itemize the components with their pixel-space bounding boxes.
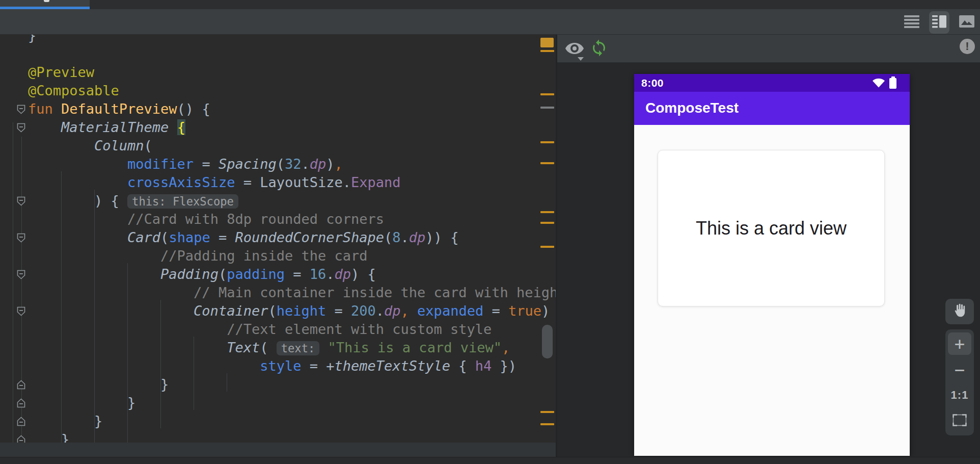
code-line: ) { this: FlexScope [28, 192, 557, 210]
exclamation-circle-icon: ! [965, 40, 969, 53]
bottom-strip [0, 457, 980, 464]
change-marker [540, 93, 554, 95]
wifi-icon [873, 78, 885, 90]
design-view-button[interactable] [957, 11, 977, 34]
picture-icon [959, 15, 974, 30]
fold-marker-icon[interactable] [17, 398, 25, 408]
status-bar: 8:00 [634, 74, 910, 92]
code-line: modifier = Spacing(32.dp), [28, 155, 557, 173]
split-view-button[interactable] [929, 11, 949, 34]
code-line: Padding(padding = 16.dp) { [28, 265, 557, 283]
chevron-down-icon [578, 57, 584, 61]
code-area[interactable]: }@Preview@Composablefun DefaultPreview()… [28, 35, 557, 449]
code-line: } [28, 394, 557, 412]
zoom-actual-size-button[interactable]: 1:1 [948, 384, 971, 406]
code-line: Container(height = 200.dp, expanded = tr… [28, 302, 557, 320]
editor-tab-bar [0, 0, 980, 9]
text-lines-icon [904, 15, 919, 30]
code-editor[interactable]: }@Preview@Composablefun DefaultPreview()… [0, 35, 557, 464]
android-studio-window: }@Preview@Composablefun DefaultPreview()… [0, 0, 980, 464]
change-marker [540, 107, 554, 109]
app-title: ComposeTest [645, 100, 739, 116]
fold-marker-icon[interactable] [17, 105, 25, 114]
code-line: style = +themeTextStyle { h4 }) [28, 357, 557, 375]
code-line: Card(shape = RoundedCornerShape(8.dp)) { [28, 228, 557, 247]
code-line: //Text element with custom style [28, 320, 557, 339]
fold-marker-icon[interactable] [17, 233, 25, 243]
zoom-out-button[interactable]: − [948, 358, 971, 381]
code-line: //Card with 8dp rounded corners [28, 210, 557, 228]
code-line: //Padding inside the card [28, 247, 557, 265]
zoom-to-fit-button[interactable] [948, 410, 971, 432]
code-line [28, 45, 557, 63]
change-marker [540, 222, 554, 224]
sync-refresh-icon [590, 50, 608, 59]
change-marker [540, 50, 554, 52]
fold-marker-icon[interactable] [17, 306, 25, 316]
preview-toolbar: ! [557, 35, 980, 63]
change-marker [540, 211, 554, 213]
view-mode-switcher [902, 11, 977, 34]
fold-marker-icon[interactable] [17, 380, 25, 390]
code-line: } [28, 35, 557, 45]
code-line: Column( [28, 137, 557, 155]
card-view: This is a card view [658, 150, 885, 306]
split-editor-icon [932, 15, 946, 30]
zoom-in-button[interactable]: + [948, 332, 971, 355]
active-editor-tab[interactable] [0, 0, 90, 9]
change-marker [540, 411, 554, 413]
code-line: } [28, 412, 557, 430]
refresh-preview-button[interactable] [590, 39, 608, 57]
horizontal-scrollbar-track [0, 443, 557, 457]
code-view-button[interactable] [902, 11, 922, 34]
code-line: fun DefaultPreview() { [28, 100, 557, 118]
change-marker [540, 162, 554, 164]
vertical-scrollbar[interactable] [542, 325, 553, 358]
code-line: @Preview [28, 63, 557, 82]
zoom-to-fit-icon [952, 414, 967, 428]
app-bar: ComposeTest [634, 92, 910, 125]
zoom-controls: + − 1:1 [945, 329, 974, 435]
inspection-status-indicator[interactable] [540, 38, 554, 47]
fold-marker-icon[interactable] [17, 270, 25, 279]
pan-tool-button[interactable] [945, 299, 974, 324]
change-marker [540, 246, 554, 248]
status-time: 8:00 [641, 77, 664, 89]
fold-marker-icon[interactable] [17, 196, 25, 206]
editor-toolbar [0, 9, 980, 35]
change-marker [540, 141, 554, 143]
code-line: // Main container inside the card with h… [28, 283, 557, 302]
hand-pan-icon [952, 302, 967, 321]
compose-preview-pane: ! 8:00 ComposeTest This is a card view [557, 35, 980, 464]
fold-scope-line [13, 122, 13, 464]
code-line: @Composable [28, 82, 557, 100]
eye-dropdown-icon [564, 49, 585, 58]
card-text: This is a card view [696, 218, 847, 239]
battery-icon [889, 78, 896, 89]
code-line: MaterialTheme { [28, 118, 557, 137]
issues-indicator-button[interactable]: ! [960, 39, 975, 54]
file-icon [44, 0, 49, 2]
code-line: crossAxisSize = LayoutSize.Expand [28, 173, 557, 192]
fold-marker-icon[interactable] [17, 123, 25, 133]
fold-marker-icon[interactable] [17, 417, 25, 426]
change-marker [540, 423, 554, 425]
code-line: Text( text: "This is a card view", [28, 339, 557, 357]
app-content: This is a card view [634, 125, 910, 456]
code-line: } [28, 375, 557, 394]
view-options-button[interactable] [564, 41, 587, 58]
device-preview[interactable]: 8:00 ComposeTest This is a card view [634, 74, 910, 456]
